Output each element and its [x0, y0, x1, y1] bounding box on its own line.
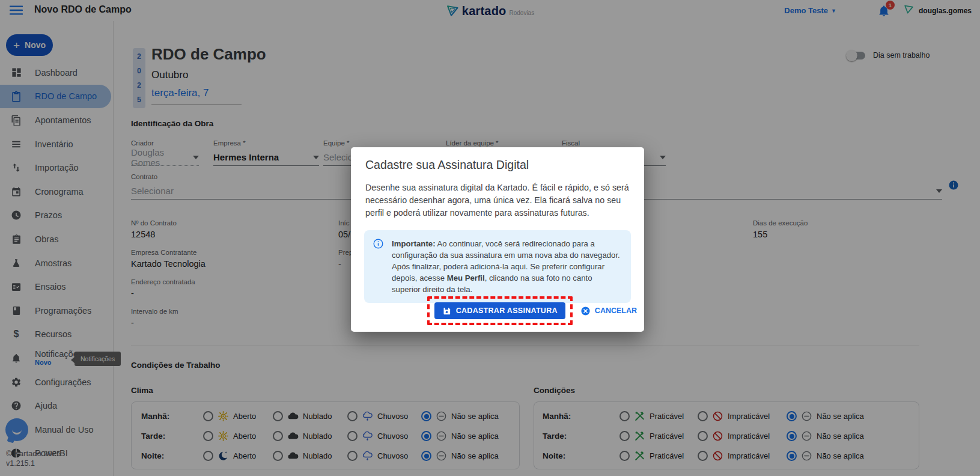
modal-title: Cadastre sua Assinatura Digital [365, 158, 529, 172]
modal-actions: CADASTRAR ASSINATURA CANCELAR [427, 296, 637, 325]
save-icon [442, 307, 451, 316]
cancel-icon [580, 306, 591, 316]
app-root: Novo RDO de Campo kartado Rodovias Demo … [0, 0, 980, 476]
confirm-button-label: CADASTRAR ASSINATURA [456, 307, 558, 315]
cancelar-button[interactable]: CANCELAR [580, 306, 637, 316]
signature-modal: Cadastre sua Assinatura Digital Desenhe … [351, 147, 644, 332]
annotation-highlight-box: CADASTRAR ASSINATURA [427, 296, 573, 325]
cadastrar-assinatura-button[interactable]: CADASTRAR ASSINATURA [434, 302, 565, 319]
modal-body-text: Desenhe sua assinatura digital da Kartad… [365, 182, 630, 219]
note-strong: Meu Perfil [447, 273, 485, 282]
note-strong: Importante: [392, 239, 436, 248]
cancel-button-label: CANCELAR [595, 307, 637, 315]
modal-info-note: Importante: Ao continuar, você será redi… [364, 230, 631, 303]
info-outline-icon [373, 238, 384, 249]
